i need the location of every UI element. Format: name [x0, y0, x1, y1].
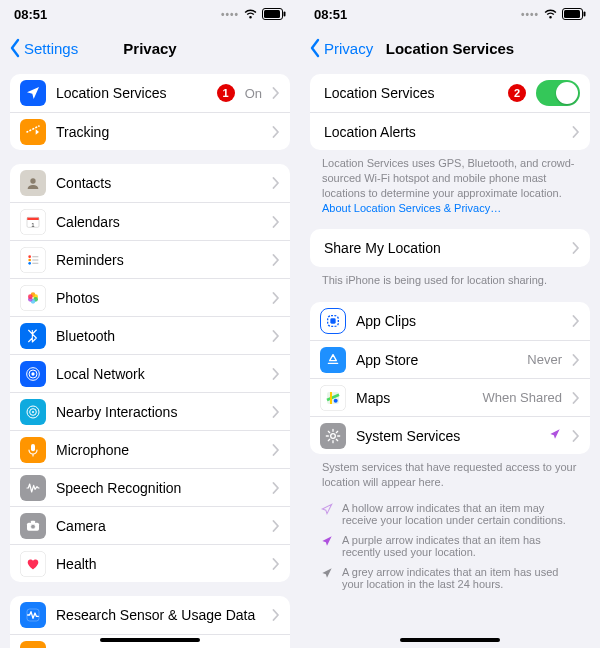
- status-time: 08:51: [314, 7, 347, 22]
- battery-icon: [262, 8, 286, 20]
- row-label: Maps: [356, 390, 473, 406]
- settings-row[interactable]: Research Sensor & Usage Data: [10, 596, 290, 634]
- settings-row[interactable]: App StoreNever: [310, 340, 590, 378]
- row-label: Location Alerts: [324, 124, 562, 140]
- legend-text: A hollow arrow indicates that an item ma…: [342, 502, 580, 526]
- row-label: Location Services: [56, 85, 203, 101]
- settings-row[interactable]: Contacts: [10, 164, 290, 202]
- camera-icon: [20, 513, 46, 539]
- chevron-right-icon: [272, 368, 280, 380]
- svg-point-37: [334, 398, 338, 402]
- settings-row[interactable]: Speech Recognition: [10, 468, 290, 506]
- row-label: Speech Recognition: [56, 480, 262, 496]
- row-label: App Store: [356, 352, 517, 368]
- status-time: 08:51: [14, 7, 47, 22]
- location-icon: [20, 80, 46, 106]
- svg-rect-32: [584, 12, 586, 17]
- appclips-icon: [320, 308, 346, 334]
- back-button[interactable]: Privacy: [308, 38, 373, 58]
- status-right: ••••: [521, 8, 586, 20]
- svg-rect-2: [284, 12, 286, 17]
- settings-row[interactable]: Share My Location: [310, 229, 590, 267]
- settings-row[interactable]: Microphone: [10, 430, 290, 468]
- nav-bar: Privacy Location Services: [300, 28, 600, 68]
- home-indicator[interactable]: [400, 638, 500, 642]
- footer-system: System services that have requested acce…: [310, 454, 590, 490]
- row-label: Nearby Interactions: [56, 404, 262, 420]
- svg-point-9: [28, 262, 31, 265]
- legend-row: A hollow arrow indicates that an item ma…: [320, 498, 580, 530]
- row-label: Photos: [56, 290, 262, 306]
- svg-point-8: [28, 258, 31, 261]
- settings-row[interactable]: Camera: [10, 506, 290, 544]
- chevron-right-icon: [572, 354, 580, 366]
- about-link[interactable]: About Location Services & Privacy…: [322, 202, 501, 214]
- settings-row[interactable]: Health: [10, 544, 290, 582]
- settings-row[interactable]: App Clips: [310, 302, 590, 340]
- settings-row[interactable]: Local Network: [10, 354, 290, 392]
- svg-text:1: 1: [31, 221, 35, 227]
- chevron-right-icon: [572, 430, 580, 442]
- nav-bar: Settings Privacy: [0, 28, 300, 68]
- chevron-right-icon: [272, 520, 280, 532]
- legend-row: A grey arrow indicates that an item has …: [320, 562, 580, 594]
- svg-rect-34: [330, 319, 335, 324]
- legend-arrow-icon: [320, 534, 334, 550]
- system-icon: [320, 423, 346, 449]
- settings-row[interactable]: Tracking: [10, 112, 290, 150]
- legend-arrow-icon: [320, 502, 334, 518]
- content[interactable]: Location Services1OnTracking Contacts1Ca…: [0, 68, 300, 648]
- group-switch: Location Services2Location Alerts: [310, 74, 590, 150]
- row-label: Tracking: [56, 124, 262, 140]
- chevron-left-icon: [8, 38, 22, 58]
- network-icon: [20, 361, 46, 387]
- speech-icon: [20, 475, 46, 501]
- tracking-icon: [20, 119, 46, 145]
- chevron-right-icon: [272, 87, 280, 99]
- footer-text: Location Services uses GPS, Bluetooth, a…: [322, 157, 575, 199]
- chevron-right-icon: [272, 216, 280, 228]
- toggle-switch[interactable]: [536, 80, 580, 106]
- settings-row[interactable]: 1Calendars: [10, 202, 290, 240]
- settings-row[interactable]: MapsWhen Shared: [310, 378, 590, 416]
- homekit-icon: [20, 641, 46, 649]
- photos-icon: [20, 285, 46, 311]
- svg-point-7: [28, 255, 31, 258]
- maps-icon: [320, 385, 346, 411]
- legend-arrow-icon: [320, 566, 334, 582]
- back-label: Settings: [24, 40, 78, 57]
- settings-row[interactable]: Location Services1On: [10, 74, 290, 112]
- settings-row[interactable]: Reminders: [10, 240, 290, 278]
- home-indicator[interactable]: [100, 638, 200, 642]
- row-detail: Never: [527, 352, 562, 367]
- svg-point-18: [28, 294, 33, 299]
- row-label: Share My Location: [324, 240, 562, 256]
- svg-point-24: [32, 411, 34, 413]
- chevron-right-icon: [272, 177, 280, 189]
- legend-text: A purple arrow indicates that an item ha…: [342, 534, 580, 558]
- contacts-icon: [20, 170, 46, 196]
- group-share: Share My Location: [310, 229, 590, 267]
- back-button[interactable]: Settings: [8, 38, 78, 58]
- location-services-screen: 08:51 •••• Privacy Location Services Loc…: [300, 0, 600, 648]
- group-top: Location Services1OnTracking: [10, 74, 290, 150]
- row-label: Health: [56, 556, 262, 572]
- microphone-icon: [20, 437, 46, 463]
- settings-row[interactable]: Nearby Interactions: [10, 392, 290, 430]
- svg-point-38: [331, 433, 336, 438]
- row-detail: When Shared: [483, 390, 563, 405]
- settings-row[interactable]: Bluetooth: [10, 316, 290, 354]
- settings-row[interactable]: System Services: [310, 416, 590, 454]
- settings-row[interactable]: Photos: [10, 278, 290, 316]
- content[interactable]: Location Services2Location Alerts Locati…: [300, 68, 600, 648]
- row-label: Local Network: [56, 366, 262, 382]
- chevron-left-icon: [308, 38, 322, 58]
- chevron-right-icon: [572, 392, 580, 404]
- status-right: ••••: [221, 8, 286, 20]
- settings-row[interactable]: Location Services2: [310, 74, 590, 112]
- back-label: Privacy: [324, 40, 373, 57]
- health-icon: [20, 551, 46, 577]
- settings-row[interactable]: Location Alerts: [310, 112, 590, 150]
- row-label: System Services: [356, 428, 538, 444]
- svg-rect-28: [31, 520, 35, 523]
